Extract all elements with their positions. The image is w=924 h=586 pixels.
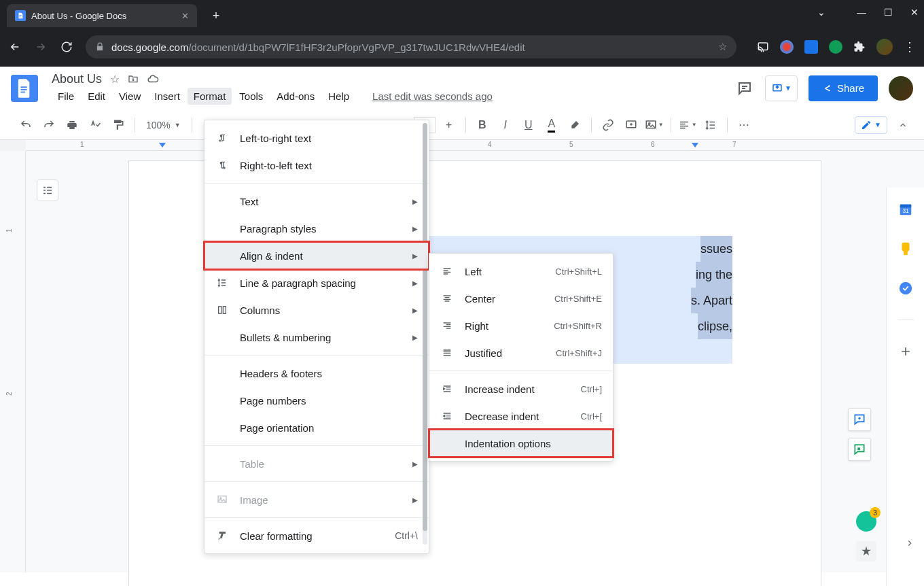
- menu-item-page-orientation[interactable]: Page orientation: [205, 414, 429, 441]
- line-spacing-button[interactable]: [701, 116, 720, 135]
- extension-icon[interactable]: [804, 40, 818, 54]
- insert-link-button[interactable]: [599, 116, 618, 135]
- suggest-edit-button[interactable]: [848, 438, 871, 461]
- submenu-item-center[interactable]: CenterCtrl+Shift+E: [429, 285, 613, 312]
- underline-button[interactable]: U: [519, 116, 538, 135]
- menu-format[interactable]: Format: [188, 88, 232, 105]
- bold-button[interactable]: B: [473, 116, 492, 135]
- comment-history-icon[interactable]: [735, 79, 754, 98]
- add-addon-icon[interactable]: [898, 343, 914, 360]
- highlight-button[interactable]: [565, 116, 584, 135]
- submenu-item-right[interactable]: RightCtrl+Shift+R: [429, 312, 613, 339]
- extensions-puzzle-icon[interactable]: [853, 41, 866, 53]
- explore-button[interactable]: [856, 541, 876, 562]
- menu-item-page-numbers[interactable]: Page numbers: [205, 387, 429, 414]
- collapse-toolbar-button[interactable]: [898, 120, 908, 130]
- menu-tools[interactable]: Tools: [233, 88, 269, 105]
- calendar-icon[interactable]: 31: [898, 201, 914, 218]
- menu-item-headers-footers[interactable]: Headers & footers: [205, 360, 429, 387]
- text-color-button[interactable]: A: [542, 116, 561, 135]
- image-icon: [215, 494, 229, 505]
- editing-mode-button[interactable]: ▼: [855, 116, 887, 134]
- minimize-button[interactable]: —: [857, 7, 866, 18]
- submenu-item-decrease-indent[interactable]: Decrease indentCtrl+[: [429, 402, 613, 430]
- menu-item-clear-formatting[interactable]: Clear formatting Ctrl+\: [205, 522, 429, 549]
- italic-button[interactable]: I: [496, 116, 515, 135]
- menu-item-columns[interactable]: Columns▶: [205, 296, 429, 324]
- outline-toggle-button[interactable]: [37, 179, 58, 201]
- address-bar[interactable]: docs.google.com/document/d/1bqPW7lF1fHF3…: [86, 35, 736, 58]
- lock-icon: [95, 42, 105, 52]
- menu-item-line-spacing[interactable]: Line & paragraph spacing▶: [205, 269, 429, 296]
- line-spacing-icon: [215, 277, 229, 288]
- document-title[interactable]: About Us: [52, 72, 102, 86]
- menu-item-image: Image▶: [205, 486, 429, 513]
- submenu-item-left[interactable]: LeftCtrl+Shift+L: [429, 258, 613, 285]
- menu-edit[interactable]: Edit: [82, 88, 111, 105]
- extension-icons: ⋮: [757, 39, 916, 55]
- profile-avatar-icon[interactable]: [876, 39, 893, 55]
- menu-bar: File Edit View Insert Format Tools Add-o…: [52, 88, 499, 105]
- menu-insert[interactable]: Insert: [148, 88, 186, 105]
- new-tab-button[interactable]: +: [207, 6, 226, 25]
- align-center-icon: [440, 293, 454, 304]
- docs-logo-icon[interactable]: [11, 75, 38, 102]
- menu-help[interactable]: Help: [322, 88, 355, 105]
- forward-button[interactable]: [34, 40, 48, 54]
- last-edit-link[interactable]: Last edit was seconds ago: [366, 88, 499, 105]
- extension-icon[interactable]: [829, 40, 842, 54]
- browser-tab[interactable]: About Us - Google Docs ✕: [7, 4, 197, 27]
- menu-view[interactable]: View: [113, 88, 147, 105]
- paint-format-button[interactable]: [109, 116, 128, 135]
- tab-dropdown-icon[interactable]: ⌄: [817, 7, 825, 18]
- present-button[interactable]: ▼: [765, 75, 798, 101]
- increase-font-button[interactable]: +: [440, 116, 459, 135]
- menu-item-bullets[interactable]: Bullets & numbering▶: [205, 324, 429, 351]
- print-button[interactable]: [63, 116, 82, 135]
- maximize-button[interactable]: ☐: [884, 7, 893, 18]
- menu-item-paragraph-styles[interactable]: Paragraph styles▶: [205, 215, 429, 242]
- close-window-button[interactable]: ✕: [910, 7, 919, 18]
- extension-icon[interactable]: [780, 40, 794, 54]
- keep-icon[interactable]: [898, 241, 914, 257]
- tasks-icon[interactable]: [898, 280, 914, 296]
- more-button[interactable]: ⋯: [734, 116, 753, 135]
- share-button[interactable]: Share: [808, 75, 878, 101]
- insert-image-button[interactable]: ▼: [645, 116, 664, 135]
- bookmark-star-icon[interactable]: ☆: [718, 41, 727, 53]
- cast-icon[interactable]: [757, 41, 769, 53]
- back-button[interactable]: [8, 40, 22, 54]
- browser-menu-icon[interactable]: ⋮: [904, 39, 916, 54]
- insert-comment-button[interactable]: [622, 116, 641, 135]
- submenu-item-increase-indent[interactable]: Increase indentCtrl+]: [429, 375, 613, 402]
- star-icon[interactable]: ☆: [110, 73, 120, 86]
- menu-item-rtl[interactable]: Right-to-left text: [205, 152, 429, 179]
- indent-marker-icon[interactable]: [692, 143, 698, 148]
- menu-addons[interactable]: Add-ons: [270, 88, 321, 105]
- redo-button[interactable]: [39, 116, 58, 135]
- menu-item-align-indent[interactable]: Align & indent▶: [205, 242, 429, 269]
- menu-item-ltr[interactable]: Left-to-right text: [205, 124, 429, 152]
- tab-close-icon[interactable]: ✕: [181, 11, 189, 21]
- move-icon[interactable]: [128, 73, 139, 84]
- horizontal-ruler[interactable]: 1 4 5 6 7: [0, 140, 924, 151]
- menu-item-text[interactable]: Text▶: [205, 188, 429, 215]
- submenu-item-justified[interactable]: JustifiedCtrl+Shift+J: [429, 339, 613, 366]
- zoom-select[interactable]: 100%▼: [142, 120, 185, 131]
- align-left-icon: [440, 266, 454, 277]
- reload-button[interactable]: [60, 40, 73, 54]
- undo-button[interactable]: [16, 116, 35, 135]
- submenu-item-indentation-options[interactable]: Indentation options: [429, 430, 613, 457]
- vertical-ruler[interactable]: 1 2: [0, 151, 26, 572]
- indent-marker-icon[interactable]: [159, 143, 166, 148]
- spellcheck-button[interactable]: [86, 116, 105, 135]
- cloud-status-icon[interactable]: [147, 73, 159, 85]
- grammarly-icon[interactable]: 3: [856, 511, 876, 532]
- format-dropdown: Left-to-right text Right-to-left text Te…: [204, 120, 429, 554]
- side-panel-toggle[interactable]: [905, 538, 914, 548]
- align-button[interactable]: ▼: [678, 116, 697, 135]
- menu-file[interactable]: File: [52, 88, 80, 105]
- window-controls: ⌄ — ☐ ✕: [817, 7, 919, 18]
- account-avatar[interactable]: [889, 76, 913, 101]
- add-comment-button[interactable]: [848, 408, 871, 431]
